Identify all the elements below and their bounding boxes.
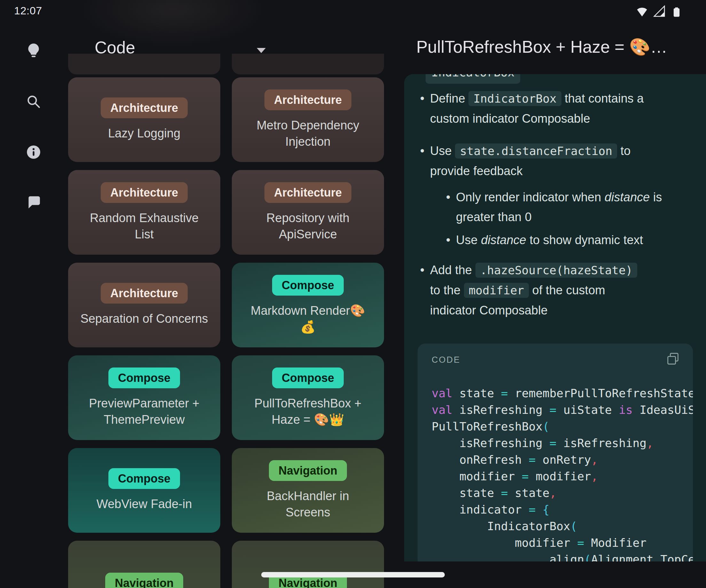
card-category-badge: Architecture <box>101 182 188 203</box>
card-title: Random Exhaustive List <box>80 210 208 243</box>
detail-pane: PullToRefreshBox + Haze = 🎨… IndicatorBo… <box>396 0 706 588</box>
card-category-badge: Navigation <box>105 573 183 588</box>
bullet-list: Define IndicatorBox that contains a cust… <box>420 88 695 320</box>
card-title: Separation of Concerns <box>80 310 208 327</box>
ideas-nav-button[interactable] <box>25 42 42 59</box>
search-icon <box>26 94 42 110</box>
inline-code-chip: IndicatorBox <box>468 91 561 106</box>
bullet-item: Only render indicator when distance is g… <box>446 187 695 227</box>
code-line: modifier = Modifier <box>432 535 693 551</box>
detail-content-panel[interactable]: IndicatorBox Define IndicatorBox that co… <box>404 74 706 561</box>
detail-title: PullToRefreshBox + Haze = 🎨… <box>416 37 703 57</box>
code-line: onRefresh = onRetry, <box>432 452 693 468</box>
card-category-badge: Compose <box>108 368 180 388</box>
inline-code-chip: modifier <box>464 283 529 298</box>
chat-nav-button[interactable] <box>25 194 42 210</box>
code-line: val isRefreshing = uiState is IdeasUiSta… <box>432 402 693 418</box>
bullet-text: Add the <box>430 263 475 277</box>
card-category-badge: Architecture <box>265 89 351 110</box>
idea-card[interactable]: NavigationBackHandler in Screens <box>232 448 384 533</box>
pane-header: Code <box>67 0 396 75</box>
card-title: BackHandler in Screens <box>244 488 372 521</box>
idea-card[interactable]: ArchitectureLazy Logging <box>68 77 220 162</box>
info-nav-button[interactable] <box>25 144 42 160</box>
idea-card[interactable]: ArchitectureSeparation of Concerns <box>68 263 220 347</box>
idea-card[interactable]: ComposeWebView Fade-in <box>68 448 220 533</box>
lightbulb-icon <box>26 42 42 58</box>
code-block-label: CODE <box>432 355 461 365</box>
chevron-down-icon[interactable] <box>257 48 266 53</box>
card-title: PreviewParameter + ThemePreview <box>80 395 208 428</box>
card-category-badge: Compose <box>272 275 344 296</box>
idea-card[interactable]: Navigation <box>232 541 384 588</box>
bullet-item: Use distance to show dynamic text <box>446 230 695 250</box>
card-category-badge: Compose <box>272 368 344 388</box>
card-category-badge: Navigation <box>269 460 347 481</box>
code-line: state = state, <box>432 485 693 501</box>
scrolled-card-remnant <box>232 54 384 75</box>
navigation-rail <box>0 0 67 588</box>
idea-card[interactable]: ComposePreviewParameter + ThemePreview <box>68 355 220 440</box>
search-nav-button[interactable] <box>25 93 42 110</box>
bullet-text: Use <box>456 233 481 247</box>
bullet-text: Define <box>430 92 468 105</box>
bullet-item: Add the .hazeSource(hazeState) to the mo… <box>420 260 695 320</box>
card-category-badge: Architecture <box>101 283 188 304</box>
inline-code-chip: state.distanceFraction <box>455 143 617 159</box>
inline-code-chip: .hazeSource(hazeState) <box>475 263 637 278</box>
code-line: .align(Alignment.TopCenter) <box>432 551 693 561</box>
card-category-badge: Architecture <box>101 97 188 118</box>
code-line: IndicatorBox( <box>432 518 693 535</box>
code-list-pane: Code ArchitectureLazy LoggingArchitectur… <box>67 0 396 588</box>
bullet-item: Define IndicatorBox that contains a cust… <box>420 88 695 128</box>
idea-card[interactable]: ArchitectureRandom Exhaustive List <box>68 170 220 255</box>
card-title: WebView Fade-in <box>96 496 192 512</box>
bullet-item: Use state.distanceFraction to provide fe… <box>420 141 695 181</box>
copy-code-button[interactable] <box>665 352 681 367</box>
bullet-text: to show dynamic text <box>526 233 643 247</box>
emphasis-text: distance <box>481 233 526 247</box>
idea-card[interactable]: ComposeMarkdown Render🎨💰 <box>232 263 384 347</box>
copy-icon <box>666 351 680 368</box>
bullet-text: Use <box>430 144 455 158</box>
code-line: val state = rememberPullToRefreshState( <box>432 385 693 402</box>
code-block: CODE val state = rememberPullToRefreshSt… <box>418 343 693 561</box>
chat-icon <box>26 194 42 210</box>
scrolled-card-remnant <box>68 54 220 75</box>
card-title: Metro Dependency Injection <box>244 117 372 150</box>
card-grid: ArchitectureLazy LoggingArchitectureMetr… <box>68 77 384 588</box>
bullet-text: Only render indicator when <box>456 191 605 204</box>
code-line: isRefreshing = isRefreshing, <box>432 435 693 452</box>
info-icon <box>26 144 42 160</box>
emphasis-text: distance <box>605 191 650 204</box>
code-lines: val state = rememberPullToRefreshState(v… <box>432 385 693 561</box>
bullet-text: to the <box>430 284 464 297</box>
card-title: Repository with ApiService <box>244 210 372 243</box>
idea-card[interactable]: ComposePullToRefreshBox + Haze = 🎨👑 <box>232 355 384 440</box>
card-category-badge: Architecture <box>265 182 351 203</box>
clipped-code-chip: IndicatorBox <box>426 74 520 84</box>
card-title: Markdown Render🎨💰 <box>244 303 372 336</box>
card-title: PullToRefreshBox + Haze = 🎨👑 <box>244 395 372 428</box>
idea-card[interactable]: ArchitectureRepository with ApiService <box>232 170 384 255</box>
code-line: indicator = { <box>432 501 693 518</box>
code-line: PullToRefreshBox( <box>432 418 693 435</box>
card-category-badge: Compose <box>108 468 180 489</box>
gesture-navigation-handle[interactable] <box>261 572 445 578</box>
code-line: modifier = modifier, <box>432 468 693 485</box>
card-title: Lazy Logging <box>108 125 180 141</box>
idea-card[interactable]: Navigation <box>68 541 220 588</box>
idea-card[interactable]: ArchitectureMetro Dependency Injection <box>232 77 384 162</box>
